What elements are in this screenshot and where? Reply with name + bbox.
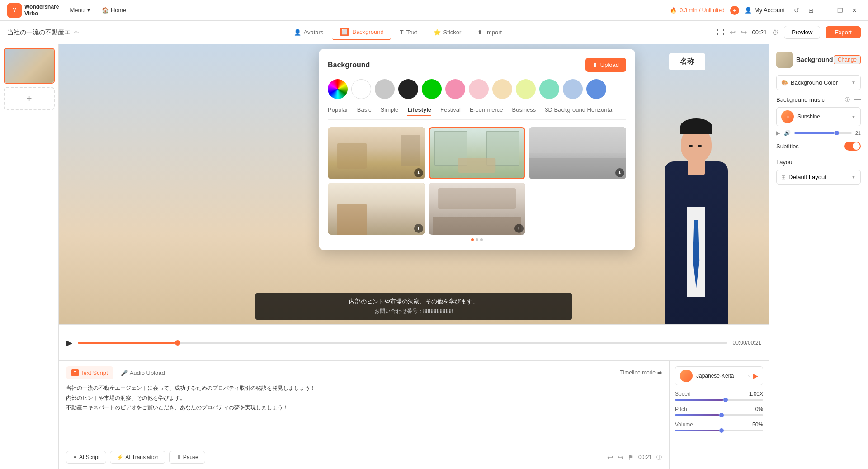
cat-basic[interactable]: Basic [357, 106, 372, 116]
add-slide-button[interactable]: + [4, 87, 55, 110]
volume-thumb [719, 428, 724, 433]
my-account-button[interactable]: 👤 My Account [745, 7, 785, 14]
text-icon: T [400, 29, 404, 36]
bg-image-2[interactable] [429, 127, 526, 179]
bg-image-1[interactable]: ⬇ [328, 127, 425, 179]
color-swatch-teal[interactable] [539, 79, 559, 99]
cat-ecommerce[interactable]: E-commerce [470, 106, 503, 116]
redo-icon[interactable]: ↪ [741, 28, 747, 37]
voice-play-button[interactable]: ▶ [753, 372, 758, 379]
color-swatch-green[interactable] [422, 79, 442, 99]
color-swatch-gradient[interactable] [328, 79, 348, 99]
window-controls: ↺ ⊞ – ❐ ✕ [790, 4, 861, 17]
timeline-thumb [175, 340, 180, 346]
home-button[interactable]: 🏠 Home [102, 7, 127, 14]
restore-button[interactable]: ❐ [834, 4, 846, 17]
timeline-mode-button[interactable]: Timeline mode ⇌ [620, 370, 662, 376]
script-redo-icon[interactable]: ↪ [618, 453, 623, 462]
color-swatch-cream[interactable] [492, 79, 512, 99]
audio-upload-icon: 🎤 [121, 370, 128, 376]
home-label: Home [111, 7, 127, 14]
timeline[interactable] [78, 342, 727, 344]
fullscreen-icon[interactable]: ⛶ [717, 28, 724, 37]
music-volume-row: ▶ 🔊 21 [776, 130, 861, 136]
script-action-bar: ✦ AI Script ⚡ AI Translation ⏸ Pause ↩ ↪ [66, 447, 662, 464]
refresh-button[interactable]: ↺ [790, 4, 803, 17]
speed-fill [675, 399, 723, 401]
export-button[interactable]: Export [826, 26, 861, 38]
color-swatch-lightgray[interactable] [375, 79, 395, 99]
script-flag-icon[interactable]: ⚑ [628, 454, 634, 461]
volume-slider[interactable] [675, 430, 763, 431]
color-swatch-pink[interactable] [445, 79, 465, 99]
speed-thumb [723, 398, 728, 402]
layout-name: Default Layout [788, 174, 851, 180]
color-swatches [328, 79, 626, 99]
credit-badge: 🔥 0.3 min / Unlimited [670, 7, 724, 14]
layout-dropdown[interactable]: ⊞ Default Layout ▼ [776, 170, 861, 185]
bg-music-minus-icon[interactable]: — [854, 95, 861, 104]
bg-color-dropdown[interactable]: 🎨 Background Color ▼ [776, 75, 861, 90]
tab-sticker[interactable]: ⭐ Sticker [426, 25, 469, 39]
ai-translation-button[interactable]: ⚡ AI Translation [110, 451, 165, 464]
cat-popular[interactable]: Popular [328, 106, 348, 116]
audio-upload-tab[interactable]: 🎤 Audio Upload [115, 367, 170, 379]
script-undo-icon[interactable]: ↩ [607, 453, 613, 462]
speed-value: 1.00X [749, 391, 763, 397]
tab-text[interactable]: T Text [393, 25, 425, 39]
bg-music-section-header: Background music ⓘ — [776, 95, 861, 104]
subtitles-row: Subtitles [776, 142, 861, 151]
speed-slider[interactable] [675, 399, 763, 401]
tab-background[interactable]: ⬜ Background [332, 24, 391, 40]
ai-script-button[interactable]: ✦ AI Script [66, 451, 106, 464]
cat-simple[interactable]: Simple [381, 106, 399, 116]
bg-image-3[interactable]: ⬇ [529, 127, 626, 179]
tab-import[interactable]: ⬆ Import [470, 25, 509, 39]
upload-button[interactable]: ⬆ Upload [585, 58, 626, 72]
preview-button[interactable]: Preview [784, 26, 820, 39]
menu-button[interactable]: Menu ▼ [66, 5, 94, 15]
cat-festival[interactable]: Festival [440, 106, 461, 116]
background-panel: Background ⬆ Upload [319, 49, 635, 250]
cat-lifestyle[interactable]: Lifestyle [407, 106, 431, 116]
music-selector[interactable]: ♫ Sunshine ▼ [776, 107, 861, 126]
tab-avatars[interactable]: 👤 Avatars [287, 25, 331, 39]
color-swatch-lightpink[interactable] [469, 79, 489, 99]
cat-business[interactable]: Business [512, 106, 536, 116]
color-swatch-white[interactable] [351, 79, 371, 99]
text-script-tab[interactable]: T Text Script [66, 366, 113, 379]
cat-3d[interactable]: 3D Background Horizontal [545, 106, 613, 116]
color-swatch-lightyellow[interactable] [516, 79, 536, 99]
edit-icon[interactable]: ✏ [74, 29, 79, 36]
script-line-2: 内部のヒントや市場の洞察、その他を学びます。 [66, 393, 662, 403]
bg-color-label: Background Color [791, 79, 851, 86]
music-volume-thumb [835, 131, 839, 135]
close-button[interactable]: ✕ [848, 4, 861, 17]
time-display: 00:00/00:21 [733, 340, 761, 346]
background-icon: ⬜ [340, 28, 349, 36]
undo-icon[interactable]: ↩ [730, 28, 736, 37]
music-play-button[interactable]: ▶ [776, 130, 780, 136]
voice-selector[interactable]: Japanese-Keita › ▶ [675, 366, 763, 385]
music-name: Sunshine [797, 114, 848, 120]
subtitles-toggle[interactable] [844, 142, 861, 151]
toolbar-tabs: 👤 Avatars ⬜ Background T Text ⭐ Sticker … [287, 24, 509, 40]
slide-thumbnail-1 [5, 49, 54, 83]
add-credit-button[interactable]: + [730, 6, 739, 15]
pitch-slider[interactable] [675, 414, 763, 416]
color-swatch-blue[interactable] [586, 79, 606, 99]
music-volume-slider[interactable] [794, 132, 852, 134]
play-button[interactable]: ▶ [66, 338, 72, 348]
color-swatch-lightblue[interactable] [563, 79, 583, 99]
change-button[interactable]: Change [834, 55, 861, 64]
minimize-button[interactable]: – [819, 4, 832, 17]
slide-item-1[interactable]: 1 [4, 48, 55, 84]
grid-button[interactable]: ⊞ [805, 4, 817, 17]
bg-image-4[interactable]: ⬇ [328, 183, 425, 235]
pitch-value: 0% [755, 406, 763, 412]
pause-button[interactable]: ⏸ Pause [169, 451, 205, 464]
bg-image-5[interactable]: ⬇ [429, 183, 526, 235]
color-swatch-black[interactable] [398, 79, 418, 99]
project-title: 当社の一流の不動産エ [7, 28, 71, 37]
subtitle-bar: 内部のヒントや市場の洞察、その他を学びます。 お問い合わせ番号：88888888… [255, 293, 572, 320]
